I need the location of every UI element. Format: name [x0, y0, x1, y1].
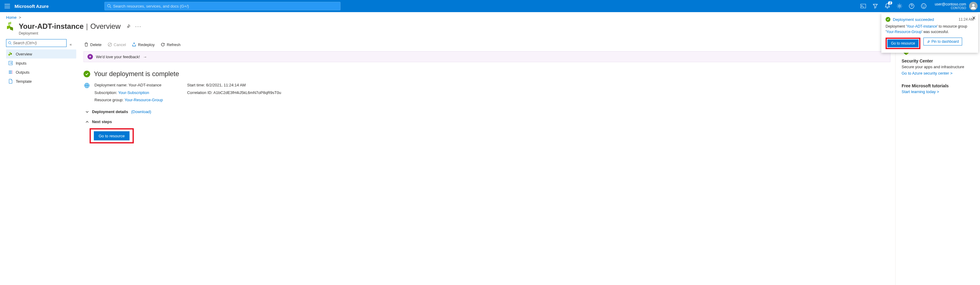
- redeploy-icon: [132, 42, 136, 47]
- resource-type-icon: [6, 21, 16, 31]
- title-separator: |: [84, 22, 90, 30]
- avatar[interactable]: [969, 2, 978, 10]
- page-title: Your-ADT-instance: [19, 22, 84, 30]
- global-search-input[interactable]: [113, 4, 338, 8]
- cancel-icon: [108, 42, 112, 47]
- hamburger-icon: [5, 4, 10, 8]
- svg-point-0: [107, 4, 110, 7]
- breadcrumb-separator: >: [18, 15, 22, 20]
- svg-point-8: [972, 4, 975, 6]
- deployment-details-expander: Deployment details (Download): [85, 109, 891, 114]
- toast-pin-button[interactable]: Pin to dashboard: [923, 38, 962, 45]
- page-title-row: Your-ADT-instance | Overview ···: [0, 21, 980, 32]
- redeploy-button[interactable]: Redeploy: [132, 42, 155, 47]
- more-button[interactable]: ···: [135, 23, 142, 30]
- resource-type-label: Deployment: [0, 31, 980, 39]
- go-to-resource-button[interactable]: Go to resource: [94, 131, 129, 140]
- trash-icon: [84, 42, 88, 47]
- highlight-box: Go to resource: [886, 38, 920, 49]
- sidebar-item-label: Inputs: [16, 61, 26, 66]
- status-title: Your deployment is complete: [94, 70, 179, 78]
- deployment-icon: [6, 22, 16, 31]
- filter-icon: [873, 4, 878, 8]
- svg-point-7: [924, 5, 925, 6]
- cancel-button: Cancel: [108, 42, 126, 47]
- globe-icon: [84, 82, 90, 89]
- settings-button[interactable]: [893, 0, 905, 12]
- hamburger-menu[interactable]: [0, 0, 14, 12]
- svg-rect-2: [861, 4, 866, 8]
- svg-rect-14: [8, 54, 10, 56]
- svg-rect-10: [10, 26, 13, 30]
- toast-close-button[interactable]: ✕: [972, 15, 976, 21]
- pin-icon: [126, 24, 130, 29]
- sidebar-item-template[interactable]: Template: [6, 77, 76, 86]
- search-icon: [8, 41, 12, 45]
- account-email: user@contoso.com: [935, 2, 966, 6]
- feedback-bar[interactable]: We'd love your feedback! →: [84, 51, 891, 62]
- correlation-id-value: A1bC2dE3fH4iJ5kL6mN7oP8qR9sT0u: [213, 90, 281, 95]
- feedback-text: We'd love your feedback!: [96, 54, 140, 59]
- svg-point-4: [909, 4, 914, 8]
- sidebar-item-label: Template: [16, 79, 32, 84]
- next-steps-toggle[interactable]: Next steps: [85, 120, 891, 124]
- tutorials-link[interactable]: Start learning today >: [902, 90, 939, 94]
- overview-icon: [8, 51, 13, 57]
- template-icon: [8, 78, 13, 84]
- pin-icon: [927, 40, 930, 43]
- security-center-text: Secure your apps and infrastructure: [902, 64, 974, 69]
- smiley-icon: [921, 3, 926, 9]
- breadcrumb-home[interactable]: Home: [6, 15, 17, 20]
- svg-point-12: [8, 42, 11, 44]
- notification-badge: 2: [888, 1, 892, 5]
- inputs-icon: [8, 60, 13, 66]
- notification-toast: ✕ Deployment succeeded 11:24 AM Deployme…: [881, 13, 978, 53]
- sidebar-item-outputs[interactable]: Outputs: [6, 67, 76, 77]
- feedback-button[interactable]: [918, 0, 930, 12]
- sidebar-item-overview[interactable]: Overview: [6, 50, 76, 59]
- content: Delete Cancel Redeploy Refresh: [79, 39, 895, 285]
- deployment-details: Deployment name: Your-ADT-instance Subsc…: [94, 82, 891, 104]
- security-center-link[interactable]: Go to Azure security center >: [902, 71, 953, 75]
- status-row: Your deployment is complete: [84, 70, 891, 78]
- svg-line-13: [11, 44, 11, 45]
- account-tenant: CONTOSO: [935, 6, 966, 10]
- highlight-box: Go to resource: [89, 128, 134, 143]
- brand[interactable]: Microsoft Azure: [14, 4, 56, 9]
- download-link[interactable]: (Download): [131, 109, 151, 114]
- svg-line-19: [109, 43, 111, 46]
- sidebar-search[interactable]: [6, 39, 67, 47]
- notifications-button[interactable]: 2: [881, 0, 893, 12]
- delete-button[interactable]: Delete: [84, 42, 102, 47]
- toast-title: Deployment succeeded: [893, 17, 956, 22]
- arrow-right-icon: →: [143, 54, 147, 59]
- search-icon: [107, 4, 111, 8]
- help-button[interactable]: [905, 0, 918, 12]
- pin-button[interactable]: [126, 24, 130, 29]
- refresh-button[interactable]: Refresh: [161, 42, 181, 47]
- sidebar-search-input[interactable]: [13, 41, 64, 45]
- sidebar-item-label: Overview: [16, 52, 32, 56]
- gear-icon: [897, 3, 902, 9]
- sidebar-item-inputs[interactable]: Inputs: [6, 59, 76, 67]
- svg-point-3: [899, 5, 900, 7]
- feedback-icon: [88, 54, 93, 59]
- success-icon: [84, 70, 90, 77]
- next-steps-expander: Next steps Go to resource: [85, 120, 891, 143]
- deployment-name-value: Your-ADT-instance: [129, 83, 162, 87]
- cloud-shell-button[interactable]: [857, 0, 869, 12]
- global-search[interactable]: [104, 2, 340, 10]
- person-icon: [970, 3, 976, 9]
- deployment-details-toggle[interactable]: Deployment details (Download): [85, 109, 891, 114]
- chevron-down-icon: [85, 110, 89, 114]
- toast-rg-link[interactable]: Your-Resource-Group: [886, 30, 921, 34]
- toast-deployment-link[interactable]: Your-ADT-instance: [907, 24, 937, 29]
- toast-go-to-resource-button[interactable]: Go to resource: [888, 39, 919, 47]
- sidebar-collapse-button[interactable]: «: [70, 42, 72, 47]
- sidebar: « Overview Inputs Outputs Template: [0, 39, 79, 285]
- directory-filter-button[interactable]: [869, 0, 881, 12]
- svg-rect-9: [7, 25, 10, 29]
- resource-group-link[interactable]: Your-Resource-Group: [125, 98, 163, 102]
- account-block[interactable]: user@contoso.com CONTOSO: [930, 2, 969, 10]
- subscription-link[interactable]: Your-Subscription: [118, 90, 149, 95]
